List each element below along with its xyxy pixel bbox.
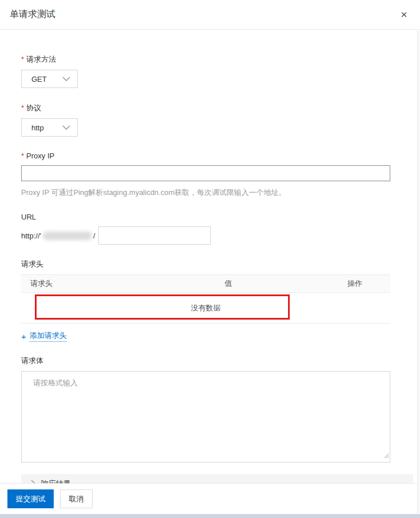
plus-icon: +	[21, 333, 26, 340]
redacted-domain-blur	[43, 232, 92, 240]
proxy-ip-hint: Proxy IP 可通过Ping解析staging.myalicdn.com获取…	[21, 188, 390, 198]
proxy-ip-label: *Proxy IP	[21, 152, 390, 160]
proxy-ip-field: *Proxy IP Proxy IP 可通过Ping解析staging.myal…	[21, 152, 390, 198]
request-body-textarea[interactable]	[21, 371, 390, 463]
add-request-header-button[interactable]: + 添加请求头	[21, 330, 67, 342]
protocol-select[interactable]: http	[21, 118, 78, 137]
chevron-down-icon	[62, 125, 70, 130]
url-separator: /	[93, 232, 95, 240]
add-request-header-label: 添加请求头	[30, 330, 67, 342]
column-header-action: 操作	[338, 278, 390, 289]
protocol-value: http	[31, 123, 44, 132]
page-bottom-strip	[0, 514, 420, 518]
request-body-section: 请求体	[21, 356, 390, 463]
protocol-label: *协议	[21, 103, 390, 113]
request-headers-section: 请求头 请求头 值 操作 没有数据 + 添加请求头	[21, 259, 390, 342]
dialog-header: 单请求测试 ✕	[0, 0, 420, 30]
cancel-button[interactable]: 取消	[60, 489, 93, 508]
request-method-field: *请求方法 GET	[21, 54, 390, 88]
table-empty-state: 没有数据	[21, 293, 390, 324]
request-body-label: 请求体	[21, 356, 390, 366]
close-icon[interactable]: ✕	[397, 8, 411, 22]
protocol-field: *协议 http	[21, 103, 390, 137]
request-method-select[interactable]: GET	[21, 70, 78, 88]
dialog-body: *请求方法 GET *协议 http *Pr	[0, 30, 420, 493]
submit-test-button[interactable]: 提交测试	[7, 489, 54, 508]
required-asterisk: *	[21, 103, 24, 112]
request-headers-label: 请求头	[21, 259, 390, 269]
dialog-footer: 提交测试 取消	[0, 483, 420, 514]
url-field: URL http://' /	[21, 213, 390, 245]
column-header-name: 请求头	[21, 278, 215, 289]
required-asterisk: *	[21, 152, 24, 160]
table-header-row: 请求头 值 操作	[21, 274, 390, 293]
url-row: http://' /	[21, 226, 390, 245]
request-headers-table: 请求头 值 操作 没有数据	[21, 274, 390, 324]
proxy-ip-input[interactable]	[21, 165, 390, 181]
url-path-input[interactable]	[98, 226, 211, 245]
required-asterisk: *	[21, 55, 24, 63]
single-request-test-dialog: 单请求测试 ✕ *请求方法 GET *协议 http	[0, 0, 420, 518]
chevron-down-icon	[62, 77, 70, 81]
dialog-scrollbar[interactable]	[417, 30, 420, 513]
url-prefix: http://'	[21, 232, 41, 240]
url-label: URL	[21, 213, 390, 221]
request-method-label: *请求方法	[21, 54, 390, 65]
dialog-title: 单请求测试	[10, 9, 55, 21]
request-method-value: GET	[31, 75, 47, 83]
column-header-value: 值	[215, 278, 338, 289]
